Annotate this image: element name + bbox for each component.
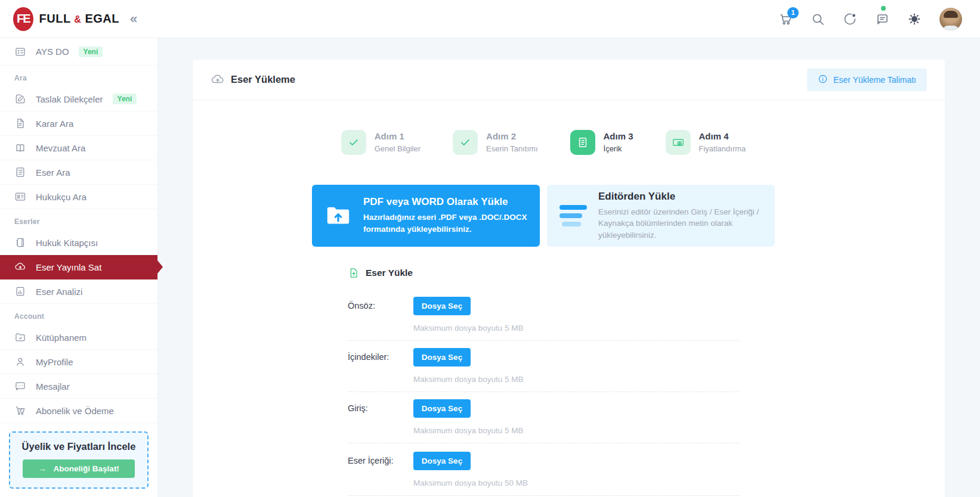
user-icon <box>14 356 26 368</box>
search-icon <box>811 19 825 28</box>
sidebar-item-myprofile[interactable]: MyProfile <box>0 350 157 374</box>
brand-word1: FULL <box>39 12 71 25</box>
logo-monogram: FE <box>13 7 33 31</box>
sidebar-item-label: Eser Analizi <box>36 287 82 297</box>
sidebar-item-kutuphanem[interactable]: Kütüphanem <box>0 325 157 350</box>
sidebar-item-abonelik-ve-odeme[interactable]: Abonelik ve Ödeme <box>0 399 157 423</box>
folder-icon <box>14 331 26 343</box>
sidebar-item-label: Karar Ara <box>36 119 73 129</box>
dashed-divider <box>348 443 740 443</box>
check-icon <box>341 130 366 155</box>
header-actions: 1 <box>778 8 980 30</box>
max-size-hint: Maksimum dosya boyutu 5 MB <box>413 426 524 435</box>
online-status-dot <box>881 6 886 11</box>
step-subtitle: Eserin Tanıtımı <box>486 144 537 153</box>
theme-toggle-button[interactable] <box>907 12 922 26</box>
max-size-hint: Maksimum dosya boyutu 5 MB <box>413 324 524 333</box>
cart-icon <box>14 405 26 417</box>
sidebar-item-hukukcu-ara[interactable]: Hukukçu Ara <box>0 185 157 209</box>
edit-icon <box>14 93 26 105</box>
field-label: Önsöz: <box>348 297 413 333</box>
choose-file-button-onsoz[interactable]: Dosya Seç <box>413 297 471 315</box>
editor-lines-icon <box>559 205 588 226</box>
sidebar-section-eserler: Eserler <box>0 209 157 231</box>
notebook-icon <box>14 237 26 248</box>
brand-amp: & <box>74 14 81 24</box>
sidebar-item-hukuk-kitapcisi[interactable]: Hukuk Kitapçısı <box>0 231 157 255</box>
top-bar: FE FULL & EGAL « 1 <box>0 0 980 38</box>
search-button[interactable] <box>811 12 825 26</box>
dashed-divider <box>348 392 740 392</box>
sidebar-item-label: Eser Ara <box>36 167 70 178</box>
upload-section-title: Eser Yükle <box>366 268 413 278</box>
form-row-eser-icerigi: Eser İçeriği: Dosya Seç Maksimum dosya b… <box>348 452 775 487</box>
chat-icon <box>14 380 26 392</box>
dashed-divider <box>348 495 740 496</box>
start-subscription-button[interactable]: → Aboneliği Başlat! <box>23 459 135 478</box>
sidebar: AYS DO Yeni Ara Taslak Dilekçeler Yeni K… <box>0 38 158 497</box>
sidebar-item-eser-ara[interactable]: Eser Ara <box>0 160 157 185</box>
step-title: Adım 3 <box>604 130 633 141</box>
step-4[interactable]: Adım 4 Fiyatlandırma <box>666 130 746 155</box>
sidebar-item-eser-analizi[interactable]: Eser Analizi <box>0 279 157 304</box>
choose-file-button-giris[interactable]: Dosya Seç <box>413 399 471 418</box>
step-subtitle: Genel Bilgiler <box>375 144 421 153</box>
sidebar-item-label: Eser Yayınla Sat <box>36 262 101 272</box>
upload-option-file[interactable]: PDF veya WORD Olarak Yükle Hazırladığını… <box>312 185 540 247</box>
card-body: Adım 1 Genel Bilgiler Adım 2 Eserin Tanı… <box>193 100 945 497</box>
step-2[interactable]: Adım 2 Eserin Tanıtımı <box>453 130 537 155</box>
notifications-icon <box>843 19 857 28</box>
dashed-divider <box>348 340 740 341</box>
messages-icon <box>875 19 889 28</box>
upload-form: Önsöz: Dosya Seç Maksimum dosya boyutu 5… <box>348 297 775 497</box>
folder-upload-icon <box>324 202 353 229</box>
step-title: Adım 2 <box>486 130 537 141</box>
upload-option-description: Eserinizi editör üzerinden Giriş / Eser … <box>598 206 763 241</box>
brand-logo[interactable]: FE FULL & EGAL <box>0 7 119 31</box>
sidebar-item-karar-ara[interactable]: Karar Ara <box>0 111 157 136</box>
sidebar-item-label: Mevzuat Ara <box>36 143 85 153</box>
document-icon <box>14 117 26 129</box>
sidebar-item-eser-yayinla-sat[interactable]: Eser Yayınla Sat <box>0 255 157 279</box>
sidebar-item-mevzuat-ara[interactable]: Mevzuat Ara <box>0 136 157 160</box>
step-subtitle: Fiyatlandırma <box>699 144 746 153</box>
theme-sun-icon <box>907 19 922 28</box>
file-upload-icon <box>348 267 360 279</box>
upload-option-editor[interactable]: Editörden Yükle Eserinizi editör üzerind… <box>547 185 775 247</box>
sidebar-item-mesajlar[interactable]: Mesajlar <box>0 374 157 399</box>
choose-file-button-icindekiler[interactable]: Dosya Seç <box>413 348 471 366</box>
cloud-upload-icon <box>211 73 225 87</box>
step-3-current[interactable]: Adım 3 İçerik <box>570 130 633 155</box>
step-1[interactable]: Adım 1 Genel Bilgiler <box>341 130 421 155</box>
messages-button[interactable] <box>875 12 889 26</box>
cart-button[interactable]: 1 <box>778 12 793 26</box>
sidebar-collapse-button[interactable]: « <box>130 11 137 27</box>
sidebar-item-label: Taslak Dilekçeler <box>36 94 103 104</box>
chart-clipboard-icon <box>14 285 26 297</box>
upload-option-description: Hazırladığınız eseri .PDF veya .DOC/.DOC… <box>363 212 528 235</box>
page-title-text: Eser Yükleme <box>231 74 295 85</box>
upload-instructions-button[interactable]: Eser Yükleme Talimatı <box>807 69 927 91</box>
sidebar-item-label: Hukukçu Ara <box>36 192 86 202</box>
new-badge: Yeni <box>79 46 103 57</box>
step-title: Adım 4 <box>699 130 746 141</box>
cloud-upload-icon <box>14 261 26 273</box>
form-row-onsoz: Önsöz: Dosya Seç Maksimum dosya boyutu 5… <box>348 297 775 333</box>
upload-option-title: PDF veya WORD Olarak Yükle <box>363 196 528 208</box>
notifications-button[interactable] <box>843 12 857 26</box>
check-icon <box>453 130 478 155</box>
sidebar-section-account: Account <box>0 304 157 325</box>
sidebar-item-label: MyProfile <box>36 357 73 367</box>
sidebar-item-label: Mesajlar <box>36 381 70 392</box>
id-card-icon <box>14 191 26 203</box>
sidebar-item-ays-do[interactable]: AYS DO Yeni <box>0 38 157 66</box>
brand-name: FULL & EGAL <box>39 12 119 26</box>
field-label: Eser İçeriği: <box>348 452 413 487</box>
avatar[interactable] <box>939 8 962 30</box>
upload-instructions-label: Eser Yükleme Talimatı <box>833 75 916 85</box>
content-document-icon <box>570 130 595 155</box>
choose-file-button-eser-icerigi[interactable]: Dosya Seç <box>413 452 471 470</box>
sidebar-item-label: Abonelik ve Ödeme <box>36 406 114 416</box>
form-row-icindekiler: İçindekiler: Dosya Seç Maksimum dosya bo… <box>348 348 775 384</box>
sidebar-item-taslak-dilekceler[interactable]: Taslak Dilekçeler Yeni <box>0 87 157 111</box>
